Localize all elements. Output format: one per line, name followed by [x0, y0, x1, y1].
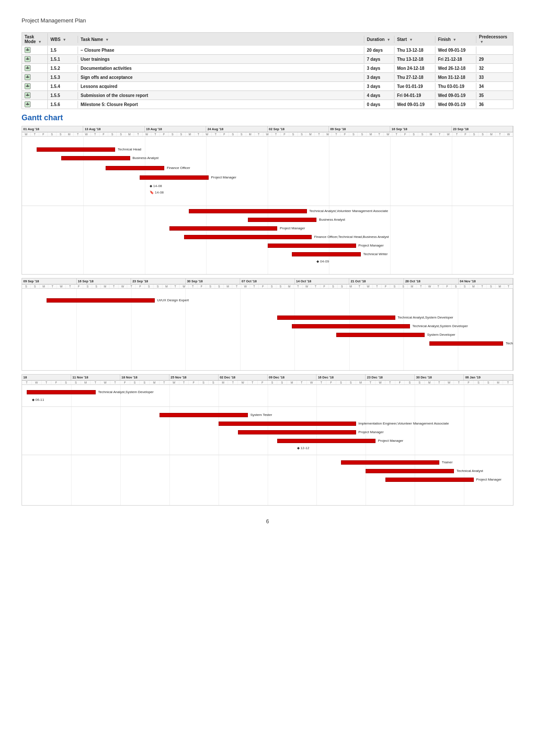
bar-project-manager-2	[169, 226, 278, 231]
gantt-day-row-2: S S M T W T F S S M T W T F S S M T W T …	[22, 284, 513, 289]
label-tech-analyst: Technical Analyst	[506, 341, 513, 345]
bar-tech-sys-dev-1	[277, 316, 395, 320]
page-title: Project Management Plan	[22, 17, 513, 24]
bar-project-manager-3	[268, 244, 356, 248]
gantt-week-1-1: 01 Aug '18	[22, 126, 83, 132]
bar-business-analyst-2	[248, 218, 316, 222]
gantt-section-2: 09 Sep '18 16 Sep '18 23 Sep '18 30 Sep …	[22, 278, 513, 371]
cell-duration-6: 0 days	[364, 101, 394, 108]
gantt-week-2-8: 28 Oct '18	[404, 278, 459, 284]
gantt-header-row-3: 18 11 Nov '18 18 Nov '18 25 Nov '18 02 D…	[22, 374, 513, 381]
task-mode-filter-icon[interactable]: ▾	[39, 40, 41, 44]
gantt-week-3-8: 30 Dec '18	[415, 375, 464, 380]
cell-task-name-0: − Closure Phase	[78, 47, 364, 54]
col-header-predecessors[interactable]: Predecessors ▾	[476, 33, 513, 46]
label-pm-3-2: Project Manager	[378, 439, 404, 443]
milestone-12-12: ◆ 12-12	[297, 446, 310, 450]
table-row: 1.5.4 Lessons acquired 3 days Tue 01-01-…	[22, 82, 513, 91]
gantt-week-1-6: 09 Sep '18	[329, 126, 390, 132]
table-row: 1.5.2 Documentation activities 3 days Mo…	[22, 64, 513, 73]
label-tech-sys-dev-2: Technical Analyst,System Developer	[413, 324, 468, 328]
page-number: 6	[22, 519, 513, 525]
bar-technical-writer	[292, 252, 360, 256]
label-tech-sys-3: Technical Analyst,System Developer	[98, 390, 154, 394]
cell-wbs-2: 1.5.2	[48, 65, 78, 72]
label-sys-dev: System Developer	[427, 333, 455, 337]
bar-finance-tech-business	[184, 235, 312, 239]
table-rows: 1.5 − Closure Phase 20 days Thu 13-12-18…	[22, 46, 513, 109]
cell-wbs-3: 1.5.3	[48, 74, 78, 81]
label-pm-final: Project Manager	[476, 478, 502, 481]
gantt-week-2-9: 04 Nov '18	[459, 278, 513, 284]
cell-task-mode-2	[22, 64, 48, 72]
cell-finish-5: Wed 09-01-19	[435, 92, 476, 99]
bar-technical-head	[37, 147, 115, 152]
cell-finish-4: Thu 03-01-19	[435, 83, 476, 90]
finish-filter-icon[interactable]: ▾	[454, 37, 456, 42]
predecessors-filter-icon[interactable]: ▾	[481, 40, 483, 44]
cell-predecessors-6: 36	[476, 101, 513, 108]
gantt-section: Gantt chart 01 Aug '18 13 Aug '18 19 Aug…	[22, 113, 513, 506]
label-uiux: UI/UX Design Expert	[157, 298, 189, 302]
cell-task-mode-3	[22, 73, 48, 81]
task-name-filter-icon[interactable]: ▾	[106, 37, 108, 42]
gantt-week-1-7: 16 Sep '18	[390, 126, 451, 132]
bar-tech-analyst-2	[366, 469, 454, 473]
label-technical-head: Technical Head	[118, 147, 141, 151]
gantt-section-1: 01 Aug '18 13 Aug '18 19 Aug '18 24 Aug …	[22, 126, 513, 275]
cell-task-name-5: Submission of the closure report	[78, 92, 364, 99]
table-row: 1.5.6 Milestone 5: Closure Report 0 days…	[22, 100, 513, 109]
table-row: 1.5 − Closure Phase 20 days Thu 13-12-18…	[22, 46, 513, 55]
cell-duration-0: 20 days	[364, 47, 394, 54]
milestone-14-08-1: ◆ 14-08	[150, 184, 162, 188]
col-header-finish[interactable]: Finish ▾	[435, 36, 476, 43]
gantt-week-3-6: 16 Dec '18	[316, 375, 366, 380]
milestone-14-08-2: 🔖 14-08	[150, 191, 164, 194]
label-tech-sys-dev-1: Technical Analyst,System Developer	[397, 316, 453, 319]
col-header-task-name[interactable]: Task Name ▾	[78, 36, 364, 43]
bar-sys-dev	[336, 333, 425, 337]
wbs-filter-icon[interactable]: ▾	[63, 37, 66, 42]
gantt-day-row-1: W T F S S M T W T F S S M T W T F S S M …	[22, 132, 513, 137]
col-header-duration[interactable]: Duration ▾	[364, 36, 394, 43]
gantt-week-1-5: 02 Sep '18	[268, 126, 329, 132]
label-business-analyst-1: Business Analyst	[132, 156, 158, 160]
bar-tech-analyst	[429, 341, 503, 346]
cell-task-mode-0	[22, 46, 48, 54]
gantt-week-2-1: 09 Sep '18	[22, 278, 77, 284]
gantt-body-2: UI/UX Design Expert Technical Analyst,Sy…	[22, 289, 513, 371]
duration-filter-icon[interactable]: ▾	[388, 37, 390, 42]
bar-pm-3-1	[238, 430, 356, 434]
cell-task-mode-5	[22, 91, 48, 100]
bar-impl-eng	[219, 422, 356, 426]
gantt-week-1-2: 13 Aug '18	[83, 126, 144, 132]
col-header-task-mode[interactable]: Task Mode ▾	[22, 33, 48, 45]
gantt-header-row-1: 01 Aug '18 13 Aug '18 19 Aug '18 24 Aug …	[22, 126, 513, 132]
cell-wbs-5: 1.5.5	[48, 92, 78, 99]
label-impl-eng: Implementation Engineer,Volunteer Manage…	[358, 422, 449, 425]
col-header-start[interactable]: Start ▾	[394, 36, 435, 43]
label-project-manager-3: Project Manager	[358, 244, 384, 247]
cell-duration-4: 3 days	[364, 83, 394, 90]
cell-wbs-4: 1.5.4	[48, 83, 78, 90]
cell-finish-6: Wed 09-01-19	[435, 101, 476, 108]
cell-wbs-1: 1.5.1	[48, 56, 78, 63]
label-finance-tech-business: Finance Officer,Technical Head,Business …	[314, 235, 389, 239]
milestone-04-09: ◆ 04-09	[316, 259, 329, 263]
cell-start-4: Tue 01-01-19	[394, 83, 435, 90]
gantt-week-3-9: 06 Jan '19	[464, 375, 513, 380]
gantt-header-row-2: 09 Sep '18 16 Sep '18 23 Sep '18 30 Sep …	[22, 278, 513, 284]
start-filter-icon[interactable]: ▾	[410, 37, 412, 42]
label-business-analyst-2: Business Analyst	[319, 218, 345, 222]
col-header-wbs[interactable]: WBS ▾	[48, 36, 78, 43]
cell-duration-3: 3 days	[364, 74, 394, 81]
gantt-week-3-4: 02 Dec '18	[219, 375, 268, 380]
cell-finish-1: Fri 21-12-18	[435, 56, 476, 63]
bar-technical-analyst-volunteer	[189, 209, 307, 213]
cell-predecessors-0	[476, 49, 513, 51]
cell-finish-0: Wed 09-01-19	[435, 47, 476, 54]
label-sys-tester: System Tester	[250, 413, 272, 417]
cell-predecessors-3: 33	[476, 74, 513, 81]
gantt-body-3: Technical Analyst,System Developer ◆ 06-…	[22, 385, 513, 506]
gantt-week-3-3: 25 Nov '18	[169, 375, 219, 380]
